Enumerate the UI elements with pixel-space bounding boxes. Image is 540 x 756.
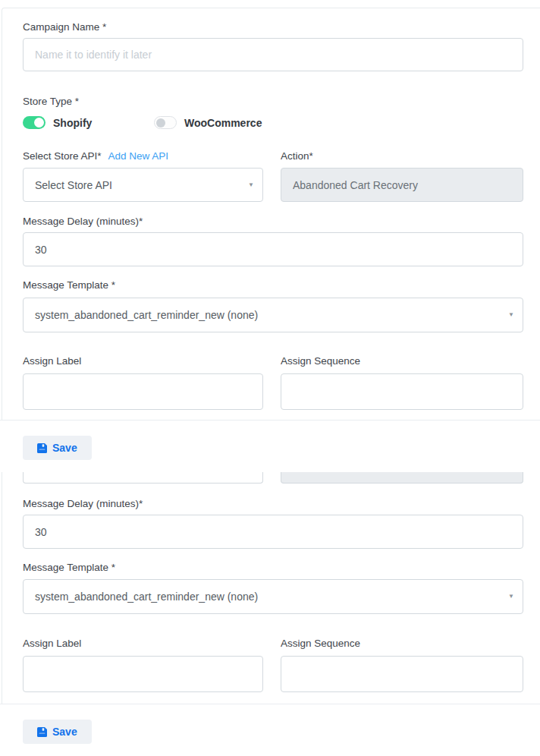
save-button-label: Save <box>52 442 77 454</box>
cropped-fields-row <box>23 472 523 484</box>
save-icon <box>37 443 47 453</box>
assign-sequence-label: Assign Sequence <box>281 638 523 650</box>
save-button-2[interactable]: Save <box>23 720 92 744</box>
woocommerce-toggle-label: WooCommerce <box>184 117 262 129</box>
message-delay-input[interactable] <box>23 232 523 266</box>
campaign-name-label: Campaign Name * <box>23 21 523 33</box>
card2-footer: Save <box>0 704 540 744</box>
message-delay-label: Message Delay (minutes)* <box>23 498 523 510</box>
assign-labels-row: Assign Label Assign Sequence <box>23 638 523 656</box>
message-delay-label: Message Delay (minutes)* <box>23 216 523 228</box>
assign-label-label: Assign Label <box>23 638 263 650</box>
store-api-action-labels-row: Select Store API* Add New API Action* <box>23 150 523 162</box>
assign-labels-row: Assign Label Assign Sequence <box>23 355 523 373</box>
store-api-select[interactable]: Select Store API ▼ <box>23 168 263 202</box>
woocommerce-toggle[interactable] <box>154 116 177 129</box>
campaign-form-page: Campaign Name * Store Type * Shopify Woo… <box>0 8 540 756</box>
shopify-toggle-group: Shopify <box>23 116 154 129</box>
action-input <box>281 168 523 202</box>
caret-down-icon: ▼ <box>248 182 254 188</box>
store-api-selected-value: Select Store API <box>35 179 112 191</box>
toggle-knob <box>34 118 44 128</box>
assign-fields-row <box>23 656 523 692</box>
save-icon <box>37 727 47 737</box>
store-type-toggles: Shopify WooCommerce <box>23 116 523 129</box>
message-template-selected-value: system_abandoned_cart_reminder_new (none… <box>35 591 258 603</box>
assign-sequence-label: Assign Sequence <box>281 355 523 367</box>
message-template-label: Message Template * <box>23 562 523 574</box>
toggle-knob <box>156 118 165 128</box>
caret-down-icon: ▼ <box>508 594 514 600</box>
save-button-label: Save <box>52 726 77 738</box>
caret-down-icon: ▼ <box>508 312 514 318</box>
store-type-label: Store Type * <box>23 96 523 108</box>
store-api-action-fields-row: Select Store API ▼ <box>23 168 523 202</box>
assign-sequence-input-2[interactable] <box>281 656 523 692</box>
store-api-select-partial[interactable] <box>23 472 263 484</box>
action-label: Action* <box>281 150 523 162</box>
save-button[interactable]: Save <box>23 436 92 460</box>
message-template-select[interactable]: system_abandoned_cart_reminder_new (none… <box>23 298 523 332</box>
message-template-select-2[interactable]: system_abandoned_cart_reminder_new (none… <box>23 579 523 614</box>
assign-sequence-input[interactable] <box>281 373 523 410</box>
card1-footer: Save <box>0 421 540 460</box>
add-new-api-link[interactable]: Add New API <box>108 150 169 162</box>
message-template-label: Message Template * <box>23 279 523 291</box>
shopify-toggle[interactable] <box>23 116 46 129</box>
woocommerce-toggle-group: WooCommerce <box>154 116 262 129</box>
store-api-label: Select Store API* <box>23 150 102 162</box>
assign-label-input-2[interactable] <box>23 656 263 692</box>
campaign-card-1: Campaign Name * Store Type * Shopify Woo… <box>2 8 540 420</box>
action-input-partial <box>281 472 523 484</box>
message-template-selected-value: system_abandoned_cart_reminder_new (none… <box>35 309 258 321</box>
assign-label-input[interactable] <box>23 373 263 410</box>
shopify-toggle-label: Shopify <box>53 117 92 129</box>
assign-label-label: Assign Label <box>23 355 263 367</box>
message-delay-input-2[interactable] <box>23 515 523 549</box>
campaign-name-input[interactable] <box>23 38 523 71</box>
campaign-card-2: Message Delay (minutes)* Message Templat… <box>2 472 540 704</box>
assign-fields-row <box>23 373 523 410</box>
